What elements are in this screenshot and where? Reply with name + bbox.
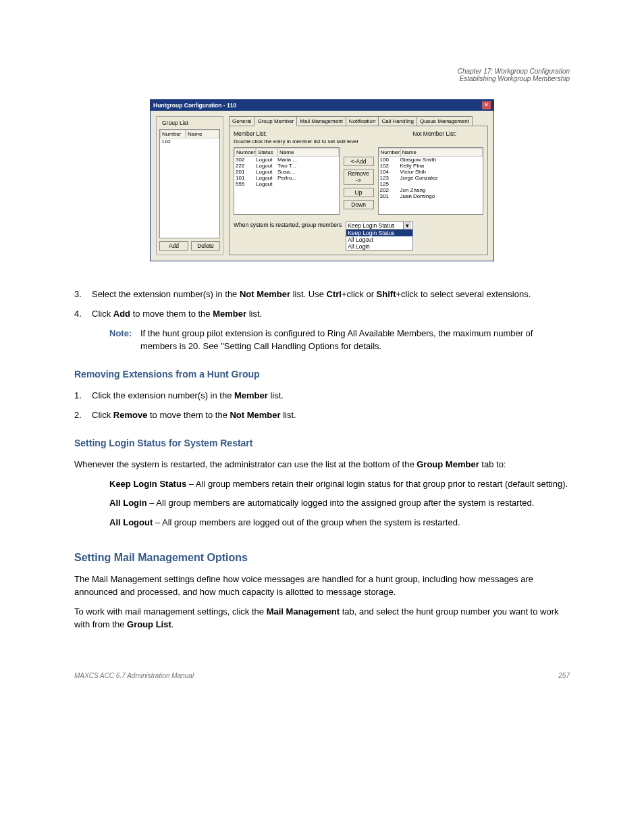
page-footer: MAXCS ACC 6.7 Administration Manual 257 [74,672,570,679]
member-list-table[interactable]: Number Status Name 302LogoutMaria ...222… [234,147,340,215]
step-4: 4. Click Add to move them to the Member … [74,308,570,321]
close-icon[interactable]: × [482,101,491,109]
add-member-button[interactable]: <-Add [344,157,374,166]
step-number: 3. [74,288,92,301]
not-member-row[interactable]: 102Kelly Pina [379,163,483,169]
mail-mgmt-p1: The Mail Management settings define how … [74,573,570,599]
huntgroup-config-window: Huntgroup Configuration - 110 × Group Li… [150,99,494,261]
subheading-removing: Removing Extensions from a Hunt Group [74,367,570,381]
up-button[interactable]: Up [344,188,374,197]
chevron-down-icon[interactable]: ▾ [403,222,411,229]
bullet-all-logout: All Logout – All group members are logge… [109,517,570,529]
member-hint: Double click the entry in member list to… [234,138,483,145]
step-number: 1. [74,390,92,402]
footer-page-number: 257 [558,672,570,679]
member-row[interactable]: 555Logout [234,181,339,187]
group-list-label: Group List [161,120,190,126]
col-number: Number [234,148,256,157]
login-status-intro: Whenever the system is restarted, the ad… [74,459,570,471]
col-status: Status [256,148,277,157]
col-name: Name [400,148,483,157]
group-add-button[interactable]: Add [159,241,188,251]
member-list-label: Member List: [234,130,267,137]
window-title: Huntgroup Configuration - 110 [153,102,236,109]
window-titlebar: Huntgroup Configuration - 110 × [151,100,493,111]
note-label: Note: [109,328,140,340]
tab-general[interactable]: General [229,116,254,126]
tab-mail-management[interactable]: Mail Management [296,116,346,126]
tab-queue-management[interactable]: Queue Management [417,116,473,126]
not-member-row[interactable]: 301Juan Domingo [379,193,483,199]
step-number: 4. [74,308,92,321]
page-header: Chapter 17: Workgroup Configuration Esta… [74,68,570,82]
group-list-header: Number Name [160,130,219,138]
subheading-login-status: Setting Login Status for System Restart [74,436,570,450]
dropdown-option[interactable]: All Login [346,243,412,250]
remove-step-2: 2. Click Remove to move them to the Not … [74,409,570,422]
group-list-row[interactable]: 110 [160,138,219,145]
header-section: Establishing Workgroup Membership [74,75,570,82]
mail-mgmt-p2: To work with mail management settings, c… [74,606,570,631]
member-row[interactable]: 222LogoutTwo T... [234,163,339,169]
heading-mail-management: Setting Mail Management Options [74,550,570,565]
group-delete-button[interactable]: Delete [191,241,220,251]
col-number: Number [160,130,186,138]
step-3: 3. Select the extension number(s) in the… [74,288,570,301]
col-name: Name [186,130,219,138]
step-number: 2. [74,409,92,422]
note-text: If the hunt group pilot extension is con… [140,328,570,353]
remove-member-button[interactable]: Remove -> [344,169,374,185]
not-member-list-table[interactable]: Number Name 100Glasgow Smith102Kelly Pin… [378,147,484,215]
dropdown-option[interactable]: All Logout [346,236,412,243]
member-row[interactable]: 101LogoutPedro... [234,175,339,181]
group-list-panel: Group List Number Name 110 Add Delete [156,116,223,255]
not-member-row[interactable]: 202Jon Zhang [379,187,483,193]
not-member-row[interactable]: 104Victor Shih [379,169,483,175]
tab-call-handling[interactable]: Call Handling [378,116,417,126]
member-row[interactable]: 201LogoutSusa... [234,169,339,175]
note-block: Note: If the hunt group pilot extension … [109,328,570,353]
not-member-list-label: Not Member List: [412,130,456,137]
not-member-row[interactable]: 125 [379,181,483,187]
bullet-all-login: All Login – All group members are automa… [109,497,570,510]
bullet-keep-login: Keep Login Status – All group members re… [109,478,570,491]
footer-left: MAXCS ACC 6.7 Administration Manual [74,672,194,679]
col-name: Name [277,148,339,157]
restart-status-dropdown[interactable]: Keep Login Status ▾ Keep Login StatusAll… [346,221,413,251]
header-chapter: Chapter 17: Workgroup Configuration [74,68,570,75]
restart-label: When system is restarted, group members [234,221,342,228]
remove-step-1: 1. Click the extension number(s) in the … [74,390,570,402]
down-button[interactable]: Down [344,200,374,209]
member-row[interactable]: 302LogoutMaria ... [234,157,339,163]
dropdown-selected: Keep Login Status [348,222,394,229]
not-member-row[interactable]: 100Glasgow Smith [379,157,483,163]
dropdown-option[interactable]: Keep Login Status [346,230,412,236]
tab-group-member[interactable]: Group Member [254,116,297,126]
col-number: Number [379,148,400,157]
not-member-row[interactable]: 123Jorge Gonzalez [379,175,483,181]
tab-notification[interactable]: Notification [346,116,379,126]
